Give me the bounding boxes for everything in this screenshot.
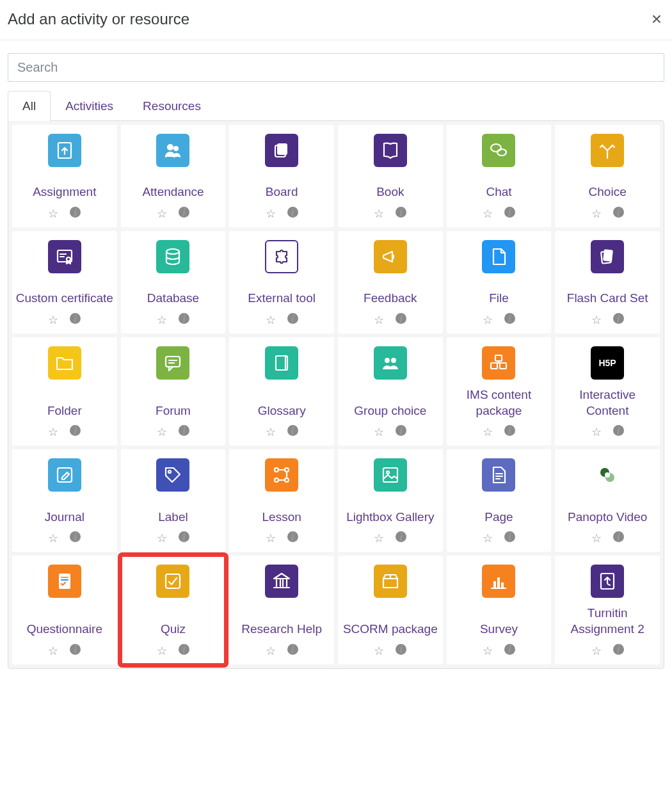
activity-card-lightbox-gallery[interactable]: Lightbox Gallery☆i bbox=[338, 449, 443, 552]
info-icon[interactable]: i bbox=[287, 207, 298, 218]
info-icon[interactable]: i bbox=[287, 644, 298, 655]
star-icon[interactable]: ☆ bbox=[157, 531, 167, 545]
activity-card-ims-content-package[interactable]: IMS content package☆i bbox=[447, 337, 552, 446]
activity-card-assignment[interactable]: Assignment☆i bbox=[12, 125, 117, 227]
star-icon[interactable]: ☆ bbox=[266, 207, 276, 221]
star-icon[interactable]: ☆ bbox=[374, 313, 384, 327]
star-icon[interactable]: ☆ bbox=[591, 313, 602, 327]
activity-card-forum[interactable]: Forum☆i bbox=[121, 337, 226, 446]
close-button[interactable]: × bbox=[649, 10, 664, 28]
activity-card-attendance[interactable]: Attendance☆i bbox=[121, 125, 226, 227]
star-icon[interactable]: ☆ bbox=[591, 644, 602, 658]
activity-card-glossary[interactable]: Glossary☆i bbox=[229, 337, 334, 446]
tab-all[interactable]: All bbox=[8, 91, 51, 121]
activity-card-database[interactable]: Database☆i bbox=[121, 231, 226, 333]
star-icon[interactable]: ☆ bbox=[266, 313, 276, 327]
info-icon[interactable]: i bbox=[504, 531, 515, 542]
star-icon[interactable]: ☆ bbox=[48, 207, 58, 221]
search-input[interactable] bbox=[8, 53, 664, 82]
info-icon[interactable]: i bbox=[287, 531, 298, 542]
activity-card-label[interactable]: Label☆i bbox=[121, 449, 226, 552]
info-icon[interactable]: i bbox=[504, 207, 515, 218]
activity-card-survey[interactable]: Survey☆i bbox=[447, 556, 552, 664]
star-icon[interactable]: ☆ bbox=[48, 313, 58, 327]
activity-card-chat[interactable]: Chat☆i bbox=[447, 125, 552, 227]
star-icon[interactable]: ☆ bbox=[591, 207, 602, 221]
star-icon[interactable]: ☆ bbox=[483, 644, 493, 658]
star-icon[interactable]: ☆ bbox=[266, 644, 276, 658]
activity-card-page[interactable]: Page☆i bbox=[447, 449, 552, 552]
star-icon[interactable]: ☆ bbox=[483, 207, 493, 221]
star-icon[interactable]: ☆ bbox=[374, 207, 384, 221]
card-actions: ☆i bbox=[483, 531, 515, 545]
activity-card-scorm-package[interactable]: SCORM package☆i bbox=[338, 556, 443, 664]
info-icon[interactable]: i bbox=[179, 313, 189, 324]
star-icon[interactable]: ☆ bbox=[374, 644, 384, 658]
info-icon[interactable]: i bbox=[179, 644, 189, 655]
activity-card-journal[interactable]: Journal☆i bbox=[12, 449, 117, 552]
info-icon[interactable]: i bbox=[396, 644, 406, 655]
activity-card-file[interactable]: File☆i bbox=[447, 231, 552, 333]
activity-card-questionnaire[interactable]: Questionnaire☆i bbox=[12, 556, 117, 664]
star-icon[interactable]: ☆ bbox=[48, 531, 58, 545]
activity-card-book[interactable]: Book☆i bbox=[338, 125, 443, 227]
star-icon[interactable]: ☆ bbox=[48, 644, 58, 658]
activity-card-flash-card-set[interactable]: Flash Card Set☆i bbox=[555, 231, 660, 333]
info-icon[interactable]: i bbox=[179, 207, 189, 218]
activity-card-board[interactable]: Board☆i bbox=[229, 125, 334, 227]
info-icon[interactable]: i bbox=[396, 425, 406, 436]
activity-label: File bbox=[489, 291, 509, 307]
info-icon[interactable]: i bbox=[70, 313, 81, 324]
info-icon[interactable]: i bbox=[287, 425, 298, 436]
info-icon[interactable]: i bbox=[504, 425, 515, 436]
info-icon[interactable]: i bbox=[613, 531, 624, 542]
activity-card-panopto-video[interactable]: Panopto Video☆i bbox=[555, 449, 660, 552]
info-icon[interactable]: i bbox=[287, 313, 298, 324]
activity-card-group-choice[interactable]: Group choice☆i bbox=[338, 337, 443, 446]
info-icon[interactable]: i bbox=[504, 313, 515, 324]
star-icon[interactable]: ☆ bbox=[374, 531, 384, 545]
tab-resources[interactable]: Resources bbox=[128, 91, 216, 121]
star-icon[interactable]: ☆ bbox=[157, 207, 167, 221]
star-icon[interactable]: ☆ bbox=[266, 425, 276, 439]
info-icon[interactable]: i bbox=[70, 644, 81, 655]
card-actions: ☆i bbox=[266, 644, 298, 658]
info-icon[interactable]: i bbox=[396, 207, 406, 218]
info-icon[interactable]: i bbox=[613, 207, 624, 218]
info-icon[interactable]: i bbox=[70, 425, 81, 436]
star-icon[interactable]: ☆ bbox=[157, 425, 167, 439]
info-icon[interactable]: i bbox=[179, 425, 189, 436]
star-icon[interactable]: ☆ bbox=[48, 425, 58, 439]
activity-card-choice[interactable]: Choice☆i bbox=[555, 125, 660, 227]
activity-card-quiz[interactable]: Quiz☆i bbox=[121, 556, 226, 664]
activity-card-turnitin-assignment-2[interactable]: Turnitin Assignment 2☆i bbox=[555, 556, 660, 664]
info-icon[interactable]: i bbox=[396, 313, 406, 324]
activity-card-lesson[interactable]: Lesson☆i bbox=[229, 449, 334, 552]
activity-card-research-help[interactable]: Research Help☆i bbox=[229, 556, 334, 664]
star-icon[interactable]: ☆ bbox=[483, 531, 493, 545]
star-icon[interactable]: ☆ bbox=[591, 425, 602, 439]
info-icon[interactable]: i bbox=[179, 531, 189, 542]
tab-activities[interactable]: Activities bbox=[51, 91, 128, 121]
info-icon[interactable]: i bbox=[70, 207, 81, 218]
star-icon[interactable]: ☆ bbox=[483, 425, 493, 439]
info-icon[interactable]: i bbox=[396, 531, 406, 542]
star-icon[interactable]: ☆ bbox=[157, 644, 167, 658]
card-actions: ☆i bbox=[266, 313, 298, 327]
activity-card-folder[interactable]: Folder☆i bbox=[12, 337, 117, 446]
info-icon[interactable]: i bbox=[613, 425, 624, 436]
activity-label: Journal bbox=[45, 510, 84, 526]
activity-card-feedback[interactable]: Feedback☆i bbox=[338, 231, 443, 333]
activity-card-external-tool[interactable]: External tool☆i bbox=[229, 231, 334, 333]
activity-card-custom-certificate[interactable]: Custom certificate☆i bbox=[12, 231, 117, 333]
info-icon[interactable]: i bbox=[613, 313, 624, 324]
activity-card-interactive-content[interactable]: H5PInteractive Content☆i bbox=[555, 337, 660, 446]
star-icon[interactable]: ☆ bbox=[157, 313, 167, 327]
star-icon[interactable]: ☆ bbox=[483, 313, 493, 327]
info-icon[interactable]: i bbox=[504, 644, 515, 655]
star-icon[interactable]: ☆ bbox=[591, 531, 602, 545]
star-icon[interactable]: ☆ bbox=[266, 531, 276, 545]
info-icon[interactable]: i bbox=[70, 531, 81, 542]
info-icon[interactable]: i bbox=[613, 644, 624, 655]
star-icon[interactable]: ☆ bbox=[374, 425, 384, 439]
